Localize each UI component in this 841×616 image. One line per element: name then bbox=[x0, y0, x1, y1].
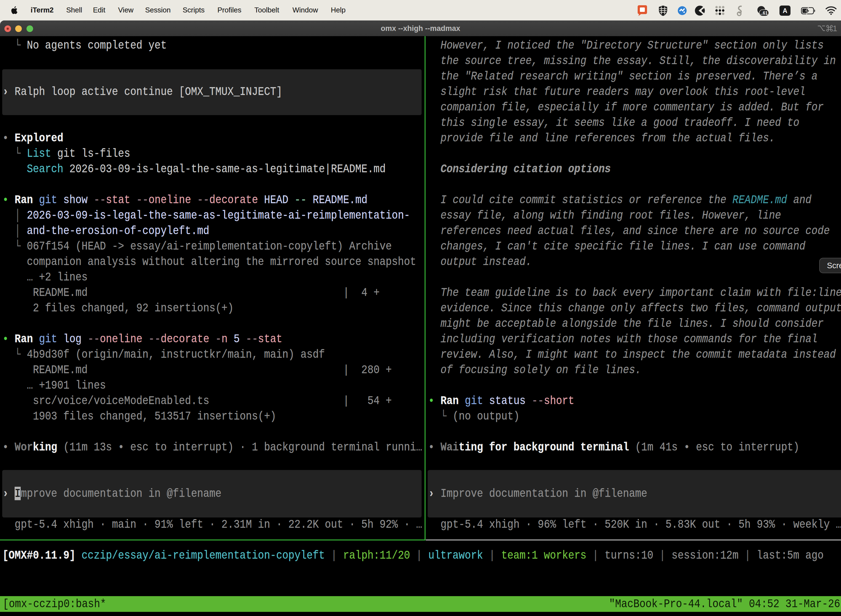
svg-text:..61: ..61 bbox=[760, 11, 768, 15]
svg-text:A: A bbox=[783, 7, 787, 14]
